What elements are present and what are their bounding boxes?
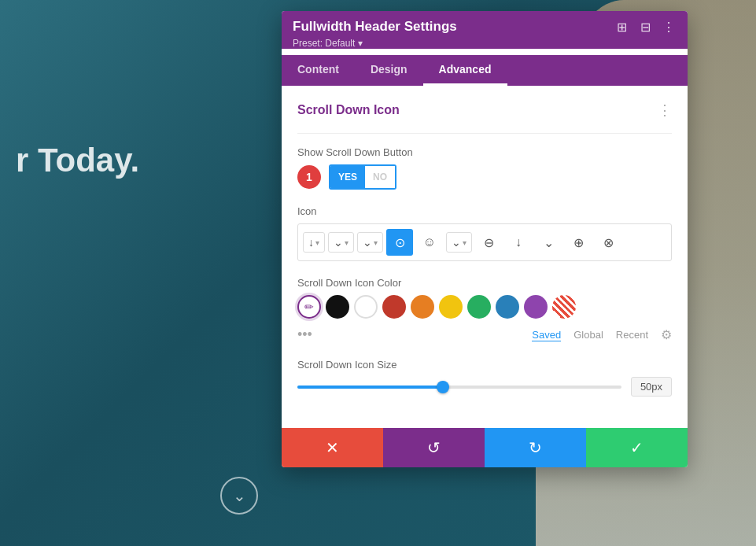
slider-track[interactable] (297, 386, 621, 389)
background-text: r Today. (16, 142, 139, 179)
color-orange[interactable] (411, 295, 434, 319)
icon-btn-circle-plus[interactable]: ⊕ (565, 229, 592, 256)
slider-thumb[interactable] (437, 381, 449, 393)
icon-dropdown-4[interactable]: ⌄ ▾ (446, 232, 472, 253)
panel-title: Fullwidth Header Settings (293, 19, 457, 35)
step-badge: 1 (297, 165, 321, 189)
panel-footer: ✕ ↺ ↻ ✓ (282, 428, 688, 467)
color-red[interactable] (382, 295, 406, 319)
tab-advanced[interactable]: Advanced (423, 55, 507, 86)
color-yellow[interactable] (439, 295, 463, 319)
panel-body: Scroll Down Icon ⋮ Show Scroll Down Butt… (282, 86, 688, 428)
color-green[interactable] (467, 295, 491, 319)
color-settings-icon[interactable]: ⚙ (661, 327, 672, 342)
section-title: Scroll Down Icon (297, 103, 400, 117)
color-more-icon[interactable]: ••• (297, 326, 312, 343)
color-tab-global[interactable]: Global (573, 329, 603, 341)
save-button[interactable]: ✓ (586, 428, 688, 467)
size-label: Scroll Down Icon Size (297, 359, 672, 371)
color-black[interactable] (326, 295, 349, 319)
icon-btn-circle-minus[interactable]: ⊖ (475, 229, 502, 256)
slider-value: 50px (631, 377, 672, 397)
expand-icon[interactable]: ⊞ (614, 19, 629, 35)
show-scroll-label: Show Scroll Down Button (297, 146, 672, 158)
color-row: ✏ (297, 295, 672, 319)
chevron-icon-4: ▾ (463, 238, 467, 247)
tab-content[interactable]: Content (282, 55, 355, 86)
scroll-down-chevron-icon: ⌄ (233, 486, 246, 505)
arrow-down-icon: ↓ (308, 236, 314, 249)
undo-button[interactable]: ↺ (383, 428, 485, 467)
chevron-circle-icon: ⌄ (363, 236, 372, 249)
color-tabs-row: ••• Saved Global Recent ⚙ (297, 326, 672, 343)
cancel-button[interactable]: ✕ (282, 428, 383, 467)
split-icon[interactable]: ⊟ (637, 19, 653, 35)
eyedropper-button[interactable]: ✏ (297, 295, 321, 319)
icon-label: Icon (297, 205, 672, 217)
chevron-down-icon: ⌄ (334, 236, 343, 249)
section-header: Scroll Down Icon ⋮ (297, 101, 672, 119)
icon-btn-selected[interactable]: ⊙ (386, 229, 413, 256)
icon-selector: ↓ ▾ ⌄ ▾ ⌄ ▾ ⊙ ☺ ⌄ ▾ ⊖ ↓ ⌄ ⊕ ⊗ (297, 223, 672, 261)
color-white[interactable] (354, 295, 378, 319)
icon-btn-smiley[interactable]: ☺ (416, 229, 443, 256)
icon-dropdown-1[interactable]: ↓ ▾ (303, 232, 325, 253)
settings-panel: Fullwidth Header Settings ⊞ ⊟ ⋮ Preset: … (282, 11, 688, 467)
section-more-icon[interactable]: ⋮ (658, 101, 672, 119)
panel-tabs: Content Design Advanced (282, 55, 688, 86)
panel-title-icons: ⊞ ⊟ ⋮ (614, 19, 677, 35)
color-striped[interactable] (552, 295, 576, 319)
toggle-yes-button[interactable]: YES (330, 166, 365, 188)
color-tab-saved[interactable]: Saved (532, 329, 561, 341)
icon-btn-chevron-circle[interactable]: ⌄ (535, 229, 562, 256)
icon-dropdown-2[interactable]: ⌄ ▾ (328, 232, 354, 253)
chevron-icon-2: ▾ (345, 238, 348, 247)
color-picker-area: ✏ ••• Saved Global Recent ⚙ (297, 295, 672, 343)
chevron-icon-3: ▾ (374, 238, 378, 247)
preset-selector[interactable]: Preset: Default (293, 38, 677, 49)
angle-down-icon: ⌄ (452, 236, 461, 249)
icon-btn-arrow-circle[interactable]: ↓ (505, 229, 532, 256)
redo-button[interactable]: ↻ (485, 428, 586, 467)
color-tab-recent[interactable]: Recent (616, 329, 648, 341)
slider-row: 50px (297, 377, 672, 397)
chevron-icon: ▾ (315, 238, 319, 247)
scroll-down-circle: ⌄ (220, 477, 258, 515)
toggle-control[interactable]: YES NO (329, 164, 396, 190)
panel-header: Fullwidth Header Settings ⊞ ⊟ ⋮ Preset: … (282, 11, 688, 49)
icon-btn-circle-x[interactable]: ⊗ (595, 229, 621, 256)
more-icon[interactable]: ⋮ (661, 19, 677, 35)
toggle-row: 1 YES NO (297, 164, 672, 190)
toggle-no-button[interactable]: NO (365, 166, 395, 188)
color-purple[interactable] (524, 295, 548, 319)
section-divider (297, 133, 672, 134)
panel-title-row: Fullwidth Header Settings ⊞ ⊟ ⋮ (293, 19, 677, 35)
color-blue[interactable] (496, 295, 519, 319)
slider-fill (297, 386, 443, 389)
tab-design[interactable]: Design (355, 55, 423, 86)
color-label: Scroll Down Icon Color (297, 277, 672, 289)
icon-dropdown-3[interactable]: ⌄ ▾ (357, 232, 383, 253)
